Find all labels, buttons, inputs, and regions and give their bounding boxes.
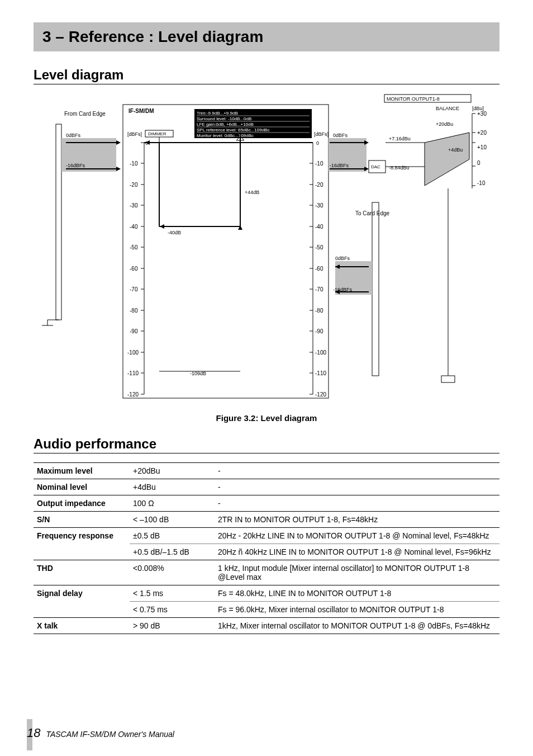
heading-level-diagram: Level diagram	[34, 67, 499, 84]
monitor-output-label: MONITOR OUTPUT1-8	[387, 96, 440, 102]
svg-rect-86	[372, 202, 379, 376]
spec-sd-row1-note: Fs = 48.0kHz, LINE IN to MONITOR OUTPUT …	[215, 585, 499, 602]
svg-text:-120: -120	[315, 391, 326, 398]
spec-out-imp-note: -	[215, 495, 499, 512]
svg-text:+30: +30	[477, 111, 487, 117]
left-scale-unit: [dBFs]	[127, 131, 142, 137]
setting-spl: SPL reference level: 65dBc...109dBc	[197, 127, 269, 133]
svg-text:-10: -10	[477, 180, 486, 186]
annot-p44: +44dB	[245, 190, 259, 195]
spec-thd-note: 1 kHz, Input module [Mixer internal osci…	[215, 560, 499, 585]
left-ticks: -10 -20 -30 -40 -50 -60 -70 -80 -90 -100…	[127, 143, 144, 398]
right-block-0: 0dBFs	[335, 256, 350, 261]
svg-marker-72	[160, 224, 164, 229]
balance-label: BALANCE	[436, 106, 459, 111]
in-level-0-label: 0dBFs	[66, 133, 81, 138]
svg-rect-92	[441, 376, 455, 382]
svg-text:+10: +10	[477, 144, 487, 150]
setting-trim: Trim:-9.9dB...+9.9dB	[197, 111, 238, 116]
spec-xtalk-value: > 90 dB	[130, 618, 215, 634]
to-card-edge-label: To Card Edge	[355, 210, 390, 216]
spec-thd-value: <0.008%	[130, 560, 215, 585]
dac-db: -8.84dBu	[389, 165, 410, 171]
spec-sd-row2-val: < 0.75 ms	[130, 602, 215, 618]
svg-text:-60: -60	[315, 266, 323, 272]
svg-rect-9	[123, 105, 329, 398]
from-card-edge-label: From Card Edge	[64, 111, 106, 117]
spec-max-level-note: -	[215, 463, 499, 479]
svg-rect-0	[56, 124, 61, 320]
figure-caption: Figure 3.2: Level diagram	[34, 413, 499, 423]
svg-text:-50: -50	[130, 244, 138, 251]
svg-text:-80: -80	[130, 308, 138, 314]
spec-freq-row2-note: 20Hz ñ 40kHz LINE IN to MONITOR OUTPUT 1…	[215, 544, 499, 560]
spec-xtalk-note: 1kHz, Mixer internal oscillator to MONIT…	[215, 618, 499, 634]
out-level-0-label: 0dBFs	[333, 133, 348, 138]
in-level-16-label: -16dBFs	[66, 163, 85, 168]
right-inner-ticks: -10 -20 -30 -40 -50 -60 -70 -80 -90 -100…	[310, 143, 326, 398]
spec-freq-row1-val: ±0.5 dB	[130, 528, 215, 544]
svg-text:-100: -100	[127, 349, 139, 356]
spec-sn-value: < –100 dB	[130, 512, 215, 528]
svg-marker-106	[425, 133, 469, 186]
svg-text:-70: -70	[130, 286, 138, 292]
spec-out-imp-label: Output impedance	[34, 495, 130, 512]
right-inner-scale-unit: [dBFs]	[314, 131, 329, 137]
setting-monitor: Monitor level: 0dBc...109dBc	[197, 133, 254, 138]
svg-marker-6	[116, 140, 121, 145]
heading-audio-performance: Audio performance	[34, 436, 499, 453]
svg-text:-40: -40	[130, 224, 138, 230]
setting-lfe: LFE gain:0dB, +6dB...+10dB	[197, 122, 254, 127]
spec-freq-row1-note: 20Hz - 20kHz LINE IN to MONITOR OUTPUT 1…	[215, 528, 499, 544]
svg-text:+20: +20	[477, 130, 487, 136]
svg-text:-110: -110	[315, 370, 326, 376]
spec-nom-level-value: +4dBu	[130, 479, 215, 495]
right-inner-tick-0: 0	[316, 140, 319, 146]
spec-nom-level-label: Nominal level	[34, 479, 130, 495]
spec-max-level-value: +20dBu	[130, 463, 215, 479]
out-level-16-label: -16dBFs	[330, 163, 349, 168]
p716-label: +7.16dBu	[389, 136, 411, 141]
spec-freq-label: Frequency response	[34, 528, 130, 560]
svg-text:-20: -20	[130, 182, 138, 188]
svg-text:-30: -30	[315, 202, 323, 209]
section-title-bar: 3 – Reference : Level diagram	[34, 22, 499, 51]
spec-freq-row2-val: +0.5 dB/–1.5 dB	[130, 544, 215, 560]
svg-text:-20: -20	[315, 182, 323, 188]
spec-sd-row1-val: < 1.5 ms	[130, 585, 215, 602]
spec-thd-label: THD	[34, 560, 130, 585]
svg-text:-60: -60	[130, 266, 138, 272]
section-title: 3 – Reference : Level diagram	[42, 28, 263, 45]
svg-text:-120: -120	[127, 391, 139, 398]
p20dbu-label: +20dBu	[436, 121, 453, 127]
page-footer: 18 TASCAM IF-SM/DM Owner's Manual	[27, 726, 174, 740]
svg-text:-50: -50	[315, 244, 323, 251]
module-title: IF-SM/DM	[129, 108, 154, 114]
svg-text:-70: -70	[315, 286, 323, 292]
spec-sd-label: Signal delay	[34, 585, 130, 618]
svg-text:-10: -10	[315, 160, 323, 167]
svg-text:-90: -90	[315, 328, 323, 334]
setting-surround: Surround level: -10dB...0dB	[197, 116, 251, 121]
svg-marker-8	[116, 167, 121, 171]
svg-text:-80: -80	[315, 308, 323, 314]
page-number: 18	[27, 726, 40, 740]
svg-text:-40: -40	[315, 224, 323, 230]
spec-sn-note: 2TR IN to MONITOR OUTPUT 1-8, Fs=48kHz	[215, 512, 499, 528]
svg-text:0: 0	[477, 160, 480, 166]
annot-m40: -40dB	[168, 230, 181, 235]
p4dbu-label: +4dBu	[448, 147, 463, 153]
spec-table: Maximum level +20dBu - Nominal level +4d…	[34, 462, 499, 634]
spec-max-level-label: Maximum level	[34, 463, 130, 479]
spec-sd-row2-note: Fs = 96.0kHz, Mixer internal oscillator …	[215, 602, 499, 618]
svg-text:-30: -30	[130, 202, 138, 209]
svg-text:-10: -10	[130, 160, 138, 167]
svg-text:-90: -90	[130, 328, 138, 334]
spec-sn-label: S/N	[34, 512, 130, 528]
footer-text: TASCAM IF-SM/DM Owner's Manual	[46, 730, 174, 739]
svg-text:-110: -110	[127, 370, 139, 376]
dimmer-label: DIMMER	[148, 131, 166, 136]
spec-nom-level-note: -	[215, 479, 499, 495]
svg-text:-100: -100	[315, 349, 326, 356]
level-diagram: From Card Edge 0dBFs -16dBFs IF-SM/DM Tr…	[34, 93, 499, 407]
